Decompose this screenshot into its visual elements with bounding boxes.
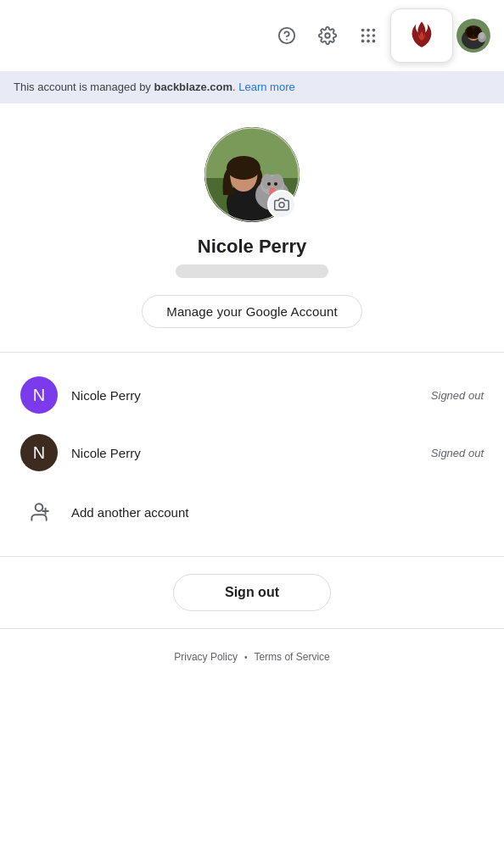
- svg-point-35: [36, 504, 43, 511]
- banner-text: This account is managed by: [14, 81, 154, 93]
- manage-account-button[interactable]: Manage your Google Account: [142, 295, 362, 328]
- svg-point-3: [361, 29, 365, 32]
- account-name-2: Nicole Perry: [71, 446, 417, 460]
- active-app-button[interactable]: [390, 8, 453, 63]
- svg-point-9: [361, 40, 365, 43]
- help-icon: [277, 26, 296, 45]
- account-list: N Nicole Perry Signed out N Nicole Perry…: [0, 359, 504, 549]
- camera-badge-button[interactable]: [267, 190, 296, 219]
- user-name: Nicole Perry: [198, 236, 306, 258]
- flame-icon: [406, 20, 437, 51]
- user-avatar-top[interactable]: [456, 19, 490, 53]
- managed-account-banner: This account is managed by backblaze.com…: [0, 71, 504, 103]
- learn-more-link[interactable]: Learn more: [238, 81, 294, 93]
- svg-point-10: [367, 40, 370, 43]
- profile-section: Nicole Perry Manage your Google Account: [0, 103, 504, 345]
- sign-out-section: Sign out: [0, 556, 504, 629]
- svg-point-11: [372, 40, 376, 43]
- footer: Privacy Policy • Terms of Service: [0, 636, 504, 678]
- account-avatar-1: N: [20, 376, 58, 414]
- svg-point-29: [272, 174, 283, 189]
- svg-point-6: [361, 34, 365, 37]
- svg-point-32: [274, 182, 277, 186]
- email-redacted: [176, 264, 328, 278]
- apps-grid-icon: [359, 26, 378, 45]
- terms-of-service-link[interactable]: Terms of Service: [254, 651, 329, 663]
- add-account-label: Add another account: [71, 505, 188, 520]
- help-button[interactable]: [268, 17, 305, 54]
- svg-point-34: [279, 203, 284, 208]
- user-avatar-image: [456, 19, 490, 53]
- top-bar-icons: [268, 8, 490, 63]
- svg-point-5: [372, 29, 376, 32]
- add-account-item[interactable]: Add another account: [0, 481, 504, 542]
- gear-icon: [318, 26, 337, 45]
- account-item-2[interactable]: N Nicole Perry Signed out: [0, 424, 504, 481]
- svg-point-16: [467, 27, 473, 37]
- settings-button[interactable]: [309, 17, 346, 54]
- top-bar: [0, 0, 504, 71]
- privacy-policy-link[interactable]: Privacy Policy: [174, 651, 238, 663]
- account-avatar-2: N: [20, 434, 58, 471]
- footer-separator: •: [244, 653, 248, 662]
- account-info-2: Nicole Perry: [71, 446, 417, 460]
- svg-point-28: [261, 174, 273, 189]
- divider-1: [0, 352, 504, 353]
- svg-point-8: [372, 34, 376, 37]
- person-add-icon: [28, 501, 50, 523]
- svg-point-2: [325, 33, 330, 38]
- add-account-icon: [20, 493, 58, 531]
- account-name-1: Nicole Perry: [71, 388, 417, 403]
- svg-point-4: [367, 29, 370, 32]
- apps-button[interactable]: [350, 17, 387, 54]
- svg-point-7: [367, 34, 370, 37]
- account-info-1: Nicole Perry: [71, 388, 417, 403]
- account-status-1: Signed out: [431, 389, 484, 402]
- avatar-container: [204, 127, 300, 222]
- sign-out-button[interactable]: Sign out: [173, 574, 331, 611]
- account-item-1[interactable]: N Nicole Perry Signed out: [0, 366, 504, 424]
- svg-point-25: [227, 156, 260, 180]
- svg-point-19: [479, 32, 484, 39]
- banner-domain: backblaze.com: [154, 81, 232, 93]
- svg-point-31: [267, 182, 271, 186]
- account-status-2: Signed out: [431, 447, 484, 459]
- camera-icon: [274, 197, 289, 212]
